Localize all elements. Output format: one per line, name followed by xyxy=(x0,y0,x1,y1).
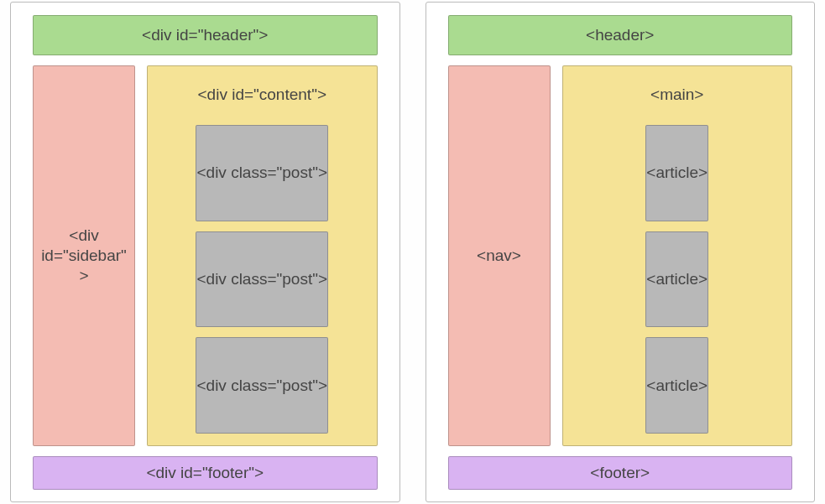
legacy-post-label: <div class="post"> xyxy=(196,269,327,289)
semantic-layout-panel: <header> <nav> <main> <article> <article… xyxy=(426,2,816,502)
legacy-post-label: <div class="post"> xyxy=(196,163,327,183)
semantic-article-label: <article> xyxy=(646,376,708,396)
legacy-post-label: <div class="post"> xyxy=(196,376,327,396)
semantic-header-box: <header> xyxy=(448,15,793,55)
semantic-article-box: <article> xyxy=(645,231,708,328)
legacy-post-box: <div class="post"> xyxy=(196,231,328,328)
semantic-article-box: <article> xyxy=(645,337,708,434)
semantic-footer-label: <footer> xyxy=(590,463,650,483)
semantic-nav-box: <nav> xyxy=(448,65,551,446)
semantic-header-label: <header> xyxy=(586,25,654,45)
legacy-header-box: <div id="header"> xyxy=(33,15,378,55)
semantic-footer-box: <footer> xyxy=(448,456,793,490)
semantic-main-title: <main> xyxy=(650,75,703,115)
semantic-article-label: <article> xyxy=(646,269,708,289)
semantic-middle-row: <nav> <main> <article> <article> <articl… xyxy=(448,65,793,446)
legacy-content-title: <div id="content"> xyxy=(198,75,326,115)
semantic-main-box: <main> <article> <article> <article> xyxy=(562,65,793,446)
legacy-div-layout-panel: <div id="header"> <div id="sidebar"> <di… xyxy=(10,2,400,502)
legacy-post-box: <div class="post"> xyxy=(196,337,328,434)
legacy-middle-row: <div id="sidebar"> <div id="content"> <d… xyxy=(33,65,378,446)
legacy-sidebar-box: <div id="sidebar"> xyxy=(33,65,135,446)
legacy-post-box: <div class="post"> xyxy=(196,125,328,221)
legacy-content-box: <div id="content"> <div class="post"> <d… xyxy=(147,65,378,446)
legacy-header-label: <div id="header"> xyxy=(142,25,268,45)
legacy-content-label: <div id="content"> xyxy=(198,85,326,105)
semantic-article-label: <article> xyxy=(646,163,708,183)
semantic-nav-label: <nav> xyxy=(477,246,521,266)
semantic-main-label: <main> xyxy=(650,85,703,105)
legacy-sidebar-label: <div id="sidebar"> xyxy=(40,226,128,285)
legacy-footer-label: <div id="footer"> xyxy=(146,463,264,483)
semantic-article-box: <article> xyxy=(645,125,708,221)
legacy-footer-box: <div id="footer"> xyxy=(33,456,378,490)
